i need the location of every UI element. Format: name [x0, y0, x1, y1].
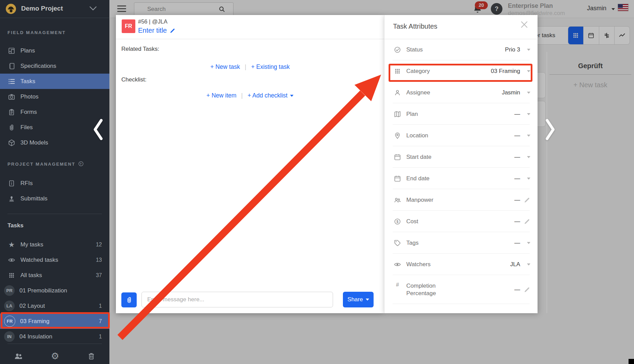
category-badge: PR [4, 285, 15, 296]
tags-caret-icon[interactable] [527, 242, 530, 244]
sidebar-item-01-premobilization[interactable]: PR 01 Premobilization [0, 283, 109, 298]
share-caret-icon [366, 299, 369, 301]
add-checklist-caret-icon [290, 95, 293, 97]
manpower-edit-pencil-icon[interactable] [524, 197, 530, 203]
plan-caret-icon[interactable] [527, 113, 530, 115]
category-caret-icon[interactable] [527, 70, 530, 72]
checklist-label: Checklist: [121, 76, 147, 83]
specifications-icon [7, 62, 16, 70]
project-chevron-down-icon [89, 6, 97, 11]
stamp-icon [7, 195, 16, 202]
attribute-row-watchers[interactable]: Watchers JLA [384, 254, 538, 275]
sidebar-item-watched-tasks[interactable]: Watched tasks 13 [0, 252, 109, 268]
attribute-row-category[interactable]: Category 03 Framing [384, 60, 538, 82]
existing-task-link[interactable]: + Existing task [251, 63, 290, 71]
status-caret-icon[interactable] [527, 49, 530, 51]
eye-icon [7, 256, 16, 264]
project-name: Demo Project [21, 5, 63, 12]
section-help-icon[interactable] [78, 161, 84, 167]
attribute-row-manpower[interactable]: Manpower — [384, 189, 538, 211]
watchers-caret-icon[interactable] [527, 263, 530, 266]
star-icon: ★ [7, 241, 16, 248]
category-badge: IN [4, 331, 15, 342]
sidebar-item-plans[interactable]: Plans [0, 43, 109, 58]
sidebar-footer: ⚙ [0, 348, 109, 364]
task-count: 13 [96, 257, 102, 263]
sidebar-item-files[interactable]: Files [0, 120, 109, 135]
edit-pencil-icon[interactable] [169, 28, 176, 34]
cursor-artifact [629, 359, 634, 364]
next-task-chevron[interactable] [545, 119, 555, 140]
close-icon[interactable] [519, 20, 529, 29]
attribute-row-assignee[interactable]: Assignee Jasmin [384, 82, 538, 103]
sidebar-item-3d-models[interactable]: 3D Models [0, 135, 109, 150]
end-date-caret-icon[interactable] [527, 178, 530, 180]
attribute-row-location[interactable]: Location — [384, 125, 538, 146]
assignee-person-icon [393, 89, 402, 96]
task-count: 12 [96, 242, 102, 248]
message-input[interactable] [141, 292, 333, 307]
location-pin-icon [393, 132, 402, 139]
sidebar-item-my-tasks[interactable]: ★ My tasks 12 [0, 237, 109, 252]
related-task-links: + New task | + Existing task [116, 63, 384, 71]
grid-icon [7, 272, 16, 279]
project-switcher[interactable]: Demo Project [0, 0, 109, 18]
assignee-caret-icon[interactable] [527, 92, 530, 94]
add-checklist-link[interactable]: + Add checklist [247, 92, 293, 99]
plans-icon [7, 47, 16, 55]
hash-icon [393, 281, 402, 288]
task-attributes-panel: Task Attributes Status Prio 3 Category 0… [384, 15, 538, 313]
attribute-row-tags[interactable]: Tags — [384, 232, 538, 254]
tasks-icon [7, 78, 16, 85]
sidebar-item-specifications[interactable]: Specifications [0, 58, 109, 74]
attribute-row-completion-percentage[interactable]: Completion Percentage — [384, 275, 538, 304]
category-grid-icon [393, 68, 402, 75]
forms-icon [7, 108, 16, 116]
attribute-row-status[interactable]: Status Prio 3 [384, 39, 538, 60]
location-caret-icon[interactable] [527, 135, 530, 137]
paperclip-icon [7, 124, 16, 131]
sidebar: Demo Project FIELD MANAGEMENT Plans Spec… [0, 0, 109, 364]
sidebar-item-tasks[interactable]: Tasks [0, 74, 109, 89]
task-count: 37 [96, 272, 102, 278]
sidebar-item-forms[interactable]: Forms [0, 104, 109, 120]
category-badge: LA [4, 301, 15, 311]
new-task-link[interactable]: + New task [210, 63, 240, 71]
manpower-people-icon [393, 196, 402, 204]
status-check-icon [393, 46, 402, 54]
modal-header-divider [116, 39, 384, 39]
sidebar-item-submittals[interactable]: Submittals [0, 191, 109, 206]
previous-task-chevron[interactable] [93, 119, 103, 140]
sidebar-item-all-tasks[interactable]: All tasks 37 [0, 268, 109, 283]
sidebar-item-rfis[interactable]: RFIs [0, 176, 109, 191]
cost-dollar-icon [393, 218, 402, 225]
new-item-link[interactable]: + New item [207, 92, 237, 99]
attribute-row-end-date[interactable]: End date — [384, 168, 538, 189]
sidebar-item-04-insulation[interactable]: IN 04 Insulation 1 [0, 329, 109, 344]
sidebar-item-03-framing[interactable]: FR 03 Framing 7 [0, 314, 109, 329]
attribute-row-cost[interactable]: Cost — [384, 211, 538, 232]
attribute-row-plan[interactable]: Plan — [384, 103, 538, 125]
attribute-row-start-date[interactable]: Start date — [384, 146, 538, 168]
checklist-links: + New item | + Add checklist [116, 92, 384, 99]
cost-edit-pencil-icon[interactable] [524, 218, 530, 225]
trash-icon[interactable] [87, 352, 95, 360]
sidebar-item-02-layout[interactable]: LA 02 Layout 1 [0, 298, 109, 314]
attach-file-button[interactable] [121, 292, 137, 307]
sidebar-divider [7, 344, 102, 344]
sidebar-item-photos[interactable]: Photos [0, 89, 109, 104]
completion-edit-pencil-icon[interactable] [524, 286, 530, 293]
related-tasks-label: Related Tasks: [121, 46, 159, 52]
rfi-document-icon [7, 180, 16, 187]
settings-gear-icon[interactable]: ⚙ [51, 352, 59, 361]
start-date-caret-icon[interactable] [527, 156, 530, 158]
share-button[interactable]: Share [343, 292, 374, 307]
calendar-icon [393, 175, 402, 182]
panel-title: Task Attributes [393, 22, 437, 30]
plan-map-icon [393, 110, 402, 118]
section-project-management: PROJECT MANAGEMENT [7, 161, 84, 167]
members-button[interactable] [14, 352, 23, 361]
cube-icon [7, 139, 16, 147]
task-detail-modal: FR #56 | @JLA Enter title Related Tasks:… [116, 15, 384, 313]
task-title-edit[interactable]: Enter title [138, 27, 176, 34]
